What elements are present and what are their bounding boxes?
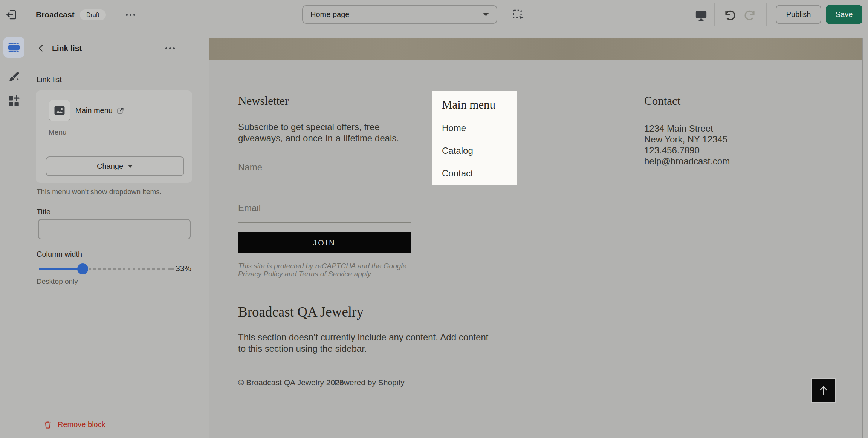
menu-helper-text: This menu won't show dropdown items. bbox=[37, 188, 162, 196]
topbar-divider bbox=[766, 3, 767, 26]
newsletter-body-line1: Subscribe to get special offers, free bbox=[238, 121, 399, 133]
block-actions-menu-button[interactable] bbox=[163, 43, 177, 54]
publish-button[interactable]: Publish bbox=[776, 5, 821, 24]
arrow-up-icon bbox=[817, 384, 830, 397]
storefront-page: Newsletter Subscribe to get special offe… bbox=[209, 38, 863, 438]
menu-link-catalog[interactable]: Catalog bbox=[442, 145, 473, 156]
theme-settings-tab[interactable] bbox=[3, 66, 24, 87]
menu-link-contact[interactable]: Contact bbox=[442, 168, 473, 179]
column-width-label: Column width bbox=[37, 250, 82, 259]
redo-icon bbox=[744, 9, 756, 22]
brand-heading: Broadcast QA Jewelry bbox=[238, 304, 364, 320]
column-width-slider[interactable]: 33% bbox=[39, 263, 191, 274]
main-menu-heading: Main menu bbox=[442, 98, 495, 112]
contact-email: help@broadcast.com bbox=[644, 156, 730, 167]
topbar-divider bbox=[20, 0, 20, 29]
card-divider bbox=[36, 148, 192, 148]
sections-tab[interactable] bbox=[3, 37, 24, 58]
chevron-down-icon bbox=[128, 165, 133, 168]
remove-block-button[interactable]: Remove block bbox=[28, 411, 200, 438]
contact-heading: Contact bbox=[644, 94, 680, 108]
image-placeholder-icon bbox=[53, 104, 66, 117]
copyright-text: © Broadcast QA Jewelry 2023 bbox=[238, 378, 344, 387]
recaptcha-line2: Privacy Policy and Terms of Service appl… bbox=[238, 270, 406, 278]
panel-title: Link list bbox=[52, 29, 82, 67]
selected-link-list-block[interactable]: Main menu Home Catalog Contact bbox=[432, 91, 517, 185]
contact-phone: 123.456.7890 bbox=[644, 145, 730, 156]
select-element-icon bbox=[512, 9, 525, 21]
chevron-down-icon bbox=[483, 13, 489, 16]
empty-section-line1: This section doesn’t currently include a… bbox=[238, 332, 488, 343]
title-input[interactable] bbox=[38, 219, 191, 239]
select-element-tool-button[interactable] bbox=[512, 8, 525, 22]
undo-button[interactable] bbox=[723, 9, 737, 22]
slider-empty-track bbox=[89, 268, 167, 270]
page-selector-dropdown[interactable]: Home page bbox=[302, 5, 497, 24]
block-settings-panel: Link list Link list Main menu Menu bbox=[28, 29, 200, 438]
remove-block-label: Remove block bbox=[58, 420, 105, 429]
contact-address-line1: 1234 Main Street bbox=[644, 123, 730, 134]
column-width-value: 33% bbox=[176, 264, 191, 273]
title-field-label: Title bbox=[37, 208, 50, 216]
menu-resource-card: Main menu Menu Change bbox=[36, 90, 192, 183]
exit-icon bbox=[5, 9, 17, 21]
panel-header: Link list bbox=[28, 29, 200, 67]
newsletter-body: Subscribe to get special offers, free gi… bbox=[238, 121, 399, 144]
topbar-divider bbox=[714, 3, 715, 26]
status-badge: Draft bbox=[80, 9, 106, 20]
recaptcha-line1: This site is protected by reCAPTCHA and … bbox=[238, 262, 406, 270]
menu-type-label: Menu bbox=[49, 128, 67, 136]
redo-button[interactable] bbox=[743, 9, 757, 22]
app-embeds-tab[interactable] bbox=[3, 90, 24, 111]
menu-link-home[interactable]: Home bbox=[442, 123, 466, 133]
empty-section-line2: to this section using the sidebar. bbox=[238, 343, 488, 354]
slider-track-endcap bbox=[168, 268, 174, 270]
name-input[interactable]: Name bbox=[238, 162, 411, 182]
theme-preview-area: Newsletter Subscribe to get special offe… bbox=[200, 29, 868, 438]
topbar: Broadcast Draft Home page bbox=[0, 0, 868, 29]
column-width-helper: Desktop only bbox=[37, 277, 78, 286]
paintbrush-icon bbox=[7, 70, 21, 84]
change-button-label: Change bbox=[97, 162, 123, 171]
back-button[interactable] bbox=[35, 43, 47, 54]
device-preview-button[interactable] bbox=[694, 9, 709, 22]
slider-thumb[interactable] bbox=[77, 263, 88, 274]
menu-thumbnail bbox=[49, 100, 70, 121]
newsletter-body-line2: giveaways, and once-in-a-lifetime deals. bbox=[238, 133, 399, 144]
scroll-to-top-button[interactable] bbox=[812, 379, 835, 402]
theme-title: Broadcast bbox=[36, 0, 75, 29]
powered-by-link[interactable]: Powered by Shopify bbox=[334, 378, 405, 387]
trash-icon bbox=[44, 420, 52, 429]
sections-icon bbox=[7, 40, 21, 55]
chevron-left-icon bbox=[37, 44, 45, 52]
editor-nav-rail bbox=[0, 29, 28, 438]
recaptcha-notice: This site is protected by reCAPTCHA and … bbox=[238, 262, 406, 278]
link-list-setting-label: Link list bbox=[37, 75, 62, 84]
email-input[interactable]: Email bbox=[238, 203, 411, 223]
contact-address-line2: New York, NY 12345 bbox=[644, 134, 730, 145]
external-link-icon[interactable] bbox=[116, 107, 124, 115]
newsletter-heading: Newsletter bbox=[238, 94, 289, 108]
hero-image-bottom-strip bbox=[209, 38, 862, 60]
change-menu-button[interactable]: Change bbox=[46, 156, 184, 176]
page-selector-value: Home page bbox=[310, 10, 483, 19]
undo-icon bbox=[723, 9, 736, 22]
app-blocks-icon bbox=[7, 94, 21, 108]
empty-section-notice: This section doesn’t currently include a… bbox=[238, 332, 488, 354]
theme-actions-menu-button[interactable] bbox=[122, 9, 138, 20]
slider-filled-track bbox=[39, 268, 83, 270]
desktop-monitor-icon bbox=[694, 9, 708, 22]
save-button[interactable]: Save bbox=[826, 5, 862, 24]
exit-editor-button[interactable] bbox=[4, 8, 19, 22]
menu-name: Main menu bbox=[75, 106, 113, 115]
contact-info: 1234 Main Street New York, NY 12345 123.… bbox=[644, 123, 730, 167]
join-button[interactable]: JOIN bbox=[238, 232, 411, 253]
